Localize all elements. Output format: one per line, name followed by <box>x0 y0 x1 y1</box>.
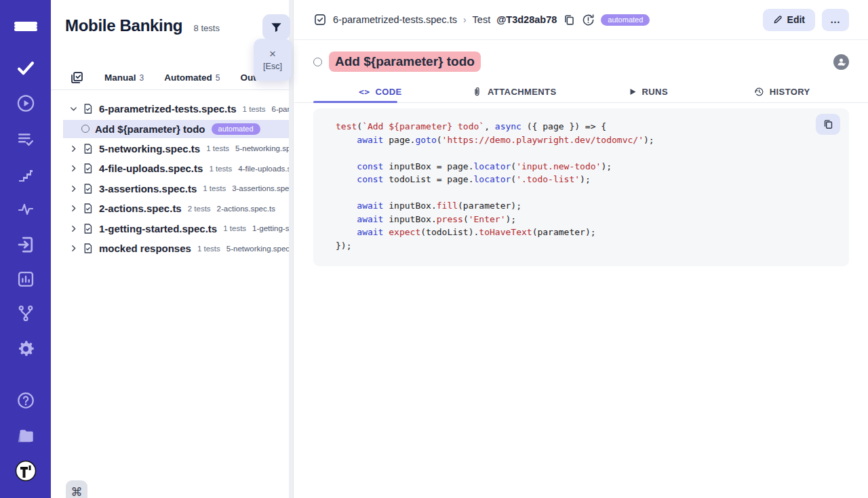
spec-file-icon <box>82 182 94 195</box>
code-panel: test(`Add ${parameter} todo`, async ({ p… <box>313 108 849 266</box>
projects-folder-icon[interactable] <box>16 427 36 445</box>
steps-icon[interactable] <box>17 166 35 182</box>
runs-play-icon[interactable] <box>16 94 35 113</box>
tree-suite-row[interactable]: 4-file-uploads.spec.ts1 tests4-file-uplo… <box>51 159 289 179</box>
suite-name[interactable]: 6-parametrized-tests.spec.ts <box>99 103 237 115</box>
copy-code-icon[interactable] <box>816 114 840 135</box>
chevron-right-icon[interactable] <box>69 204 78 213</box>
spec-file-icon <box>82 102 94 115</box>
tree-suite-row[interactable]: 3-assertions.spec.ts1 tests3-assertions.… <box>51 179 289 199</box>
filter-escape-popup: × [Esc] <box>254 39 292 81</box>
pulse-icon[interactable] <box>16 201 35 217</box>
icon-rail <box>0 0 51 498</box>
chevron-right-icon[interactable] <box>69 244 78 253</box>
suite-name[interactable]: 4-file-uploads.spec.ts <box>99 163 203 174</box>
suite-name[interactable]: 5-networking.spec.ts <box>99 143 200 154</box>
breadcrumb-file[interactable]: 6-parametrized-tests.spec.ts <box>333 14 457 25</box>
tab-code[interactable]: <> CODE <box>313 81 448 102</box>
pencil-icon <box>773 15 783 24</box>
close-icon[interactable]: × <box>269 48 276 60</box>
tests-check-icon[interactable] <box>16 58 36 77</box>
chevron-right-icon[interactable] <box>69 144 78 153</box>
filter-tab-automated[interactable]: Automated 5 <box>164 72 220 83</box>
chevron-right-icon[interactable] <box>69 224 78 233</box>
command-shortcut-button[interactable]: ⌘ <box>66 480 87 498</box>
code-line: }); <box>336 239 835 253</box>
test-title: Add ${parameter} todo <box>329 51 481 72</box>
sync-status-icon[interactable] <box>582 14 595 26</box>
funnel-icon <box>270 21 283 34</box>
automation-status-badge: automated <box>601 14 650 26</box>
automation-status-badge: automated <box>212 123 260 135</box>
breadcrumb-test-id: @T3d28ab78 <box>496 14 557 25</box>
test-status-circle-icon[interactable] <box>313 58 322 66</box>
assignee-avatar[interactable] <box>833 54 849 70</box>
hamburger-menu-icon[interactable] <box>14 18 37 35</box>
tree-suite-row[interactable]: 6-parametrized-tests.spec.ts1 tests6-par… <box>51 99 289 119</box>
spec-file-icon <box>82 202 94 215</box>
spec-file-icon <box>82 242 94 255</box>
suite-name[interactable]: 3-assertions.spec.ts <box>99 183 197 194</box>
suite-name[interactable]: 2-actions.spec.ts <box>99 203 182 214</box>
code-line: ​ <box>336 146 835 160</box>
branch-icon[interactable] <box>16 304 35 323</box>
suite-file-path: 4-file-uploads.spec.ts <box>238 165 289 173</box>
test-plans-icon[interactable] <box>16 130 35 148</box>
chevron-right-icon[interactable] <box>69 184 78 193</box>
suite-name[interactable]: 1-getting-started.spec.ts <box>99 223 217 234</box>
suite-file-path: 2-actions.spec.ts <box>217 205 275 213</box>
suite-test-count: 1 tests <box>197 245 220 253</box>
suite-file-path: 3-assertions.spec.ts <box>232 184 289 192</box>
project-header: Mobile Banking 8 tests <box>65 16 258 35</box>
spec-file-icon <box>82 162 94 175</box>
code-line: await inputBox.fill(parameter); <box>336 199 835 213</box>
play-icon <box>629 87 637 96</box>
tab-runs[interactable]: RUNS <box>581 81 715 102</box>
select-all-icon[interactable] <box>70 70 84 85</box>
code-line: test(`Add ${parameter} todo`, async ({ p… <box>336 120 835 133</box>
suite-name[interactable]: mocked responses <box>99 243 191 254</box>
suite-test-count: 1 tests <box>223 224 246 232</box>
test-status-circle-icon <box>81 125 90 133</box>
tree-suite-row[interactable]: 2-actions.spec.ts2 tests2-actions.spec.t… <box>51 199 289 219</box>
explorer-panel: Mobile Banking 8 tests × [Esc] Manual 3 … <box>51 0 294 498</box>
history-clock-icon <box>754 87 764 97</box>
breadcrumb-separator: › <box>463 14 467 25</box>
chevron-down-icon[interactable] <box>69 104 78 113</box>
test-name[interactable]: Add ${parameter} todo <box>95 123 205 135</box>
breadcrumb: 6-parametrized-tests.spec.ts › Test @T3d… <box>313 13 650 26</box>
app-logo[interactable] <box>15 460 37 482</box>
edit-button[interactable]: Edit <box>763 9 815 31</box>
spec-file-icon <box>82 222 94 235</box>
suite-file-path: 1-getting-started.spec.ts <box>252 224 289 232</box>
code-line: ​ <box>336 186 835 200</box>
suite-test-count: 1 tests <box>206 144 229 152</box>
paperclip-icon <box>472 87 482 97</box>
project-tests-count: 8 tests <box>194 23 220 33</box>
escape-hint-label: [Esc] <box>263 62 282 71</box>
tree-suite-row[interactable]: mocked responses1 tests5-networking.spec… <box>51 238 289 259</box>
tab-attachments[interactable]: ATTACHMENTS <box>448 81 582 102</box>
breadcrumb-test-label: Test <box>473 14 491 25</box>
analytics-icon[interactable] <box>16 270 35 289</box>
tab-history[interactable]: HISTORY <box>715 81 850 102</box>
test-detail: 6-parametrized-tests.spec.ts › Test @T3d… <box>294 0 868 498</box>
filter-button[interactable] <box>262 14 290 40</box>
code-line: const todoList = page.locator('.todo-lis… <box>336 173 835 186</box>
copy-id-icon[interactable] <box>563 14 576 26</box>
tree-suite-row[interactable]: 1-getting-started.spec.ts1 tests1-gettin… <box>51 219 289 239</box>
suite-test-count: 2 tests <box>188 205 211 213</box>
chevron-right-icon[interactable] <box>69 164 78 173</box>
filter-tab-manual[interactable]: Manual 3 <box>104 72 144 83</box>
tree-test-row-selected[interactable]: Add ${parameter} todoautomated <box>63 120 289 138</box>
project-title: Mobile Banking <box>65 16 182 35</box>
detail-tabs: <> CODE ATTACHMENTS RUNS HISTORY <box>294 81 868 103</box>
settings-gear-icon[interactable] <box>16 339 35 358</box>
suite-test-count: 1 tests <box>209 165 232 173</box>
suite-test-count: 1 tests <box>203 184 226 192</box>
import-icon[interactable] <box>16 234 36 255</box>
tree-suite-row[interactable]: 5-networking.spec.ts1 tests5-networking.… <box>51 139 289 159</box>
more-actions-button[interactable]: ... <box>822 9 849 31</box>
help-icon[interactable] <box>16 391 35 410</box>
code-icon: <> <box>359 87 370 97</box>
